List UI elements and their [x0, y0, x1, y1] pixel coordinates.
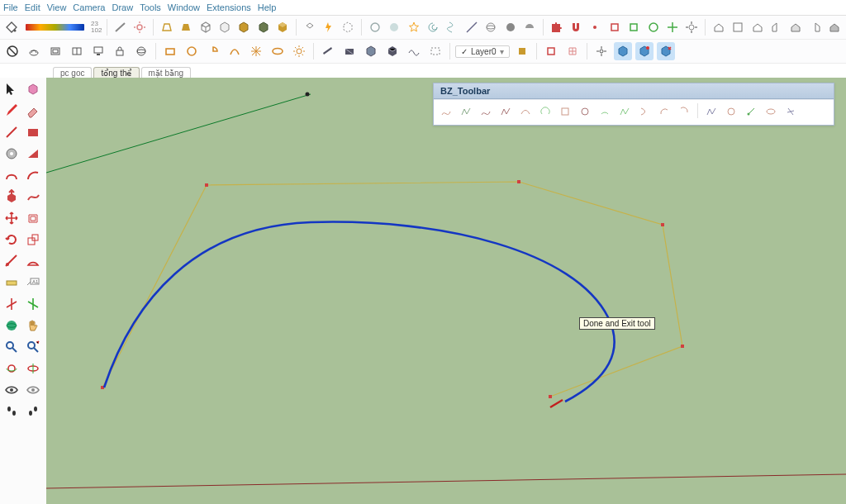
eye-icon[interactable] — [2, 380, 21, 400]
ring-green-icon[interactable] — [645, 18, 661, 36]
dashed-outline-icon[interactable] — [426, 42, 444, 60]
bz-tool-09-icon[interactable] — [596, 103, 614, 120]
soften-b-icon[interactable] — [386, 18, 402, 36]
section-display-icon[interactable] — [340, 42, 359, 60]
line-tool-icon[interactable] — [2, 122, 21, 142]
square-green-icon[interactable] — [625, 18, 641, 36]
back-house-icon[interactable] — [788, 18, 804, 36]
sun-icon[interactable] — [132, 18, 148, 36]
slope-brush-icon[interactable] — [112, 18, 128, 36]
sun-burst-orange-icon[interactable] — [290, 42, 308, 60]
cross-arrows-icon[interactable] — [664, 18, 680, 36]
square-red-icon[interactable] — [606, 18, 622, 36]
scene-tab-0[interactable]: pc goc — [53, 67, 92, 78]
pencil-red-icon[interactable] — [2, 101, 21, 121]
curve-orange-icon[interactable] — [226, 42, 244, 60]
section-plane-icon[interactable] — [319, 42, 337, 60]
shaded-cube-icon[interactable] — [236, 18, 252, 36]
bz-tool-14-icon[interactable] — [702, 103, 720, 120]
bz-tool-02-icon[interactable] — [457, 103, 475, 120]
monochrome-cube-icon[interactable] — [275, 18, 291, 36]
move-arrows-icon[interactable] — [2, 208, 21, 228]
push-pull-icon[interactable] — [2, 187, 21, 207]
globe-icon[interactable] — [132, 42, 150, 60]
eye-alt-icon[interactable] — [23, 380, 43, 400]
bz-tool-16-icon[interactable] — [742, 103, 760, 120]
eraser-icon[interactable] — [23, 101, 43, 121]
camera-grid-icon[interactable] — [68, 42, 86, 60]
bz-tool-01-icon[interactable] — [437, 103, 455, 120]
bz-tool-17-icon[interactable] — [762, 103, 780, 120]
soften-a-icon[interactable] — [367, 18, 383, 36]
top-view-icon[interactable] — [730, 18, 745, 36]
ellipse-orange-icon[interactable] — [269, 42, 287, 60]
diag-red-plane-icon[interactable] — [23, 144, 43, 164]
gear-icon[interactable] — [684, 18, 700, 36]
iso-house-icon[interactable] — [711, 18, 726, 36]
offset-icon[interactable] — [23, 208, 43, 228]
arc2-red-icon[interactable] — [23, 165, 43, 185]
iso-top-icon[interactable] — [302, 18, 317, 36]
center-target-icon[interactable] — [592, 42, 611, 60]
select-arrow-icon[interactable] — [2, 79, 21, 99]
menu-extensions[interactable]: Extensions — [207, 2, 251, 12]
menu-edit[interactable]: Edit — [25, 2, 40, 12]
rect-orange-icon[interactable] — [161, 42, 179, 60]
bz-tool-13-icon[interactable] — [675, 103, 693, 120]
burst-icon[interactable] — [247, 42, 265, 60]
back-edges-icon[interactable] — [340, 18, 356, 36]
right-house-icon[interactable] — [768, 18, 784, 36]
viewport-3d[interactable]: BZ_Toolbar — [46, 78, 846, 504]
bz-toolbar-title[interactable]: BZ_Toolbar — [434, 83, 834, 99]
cube-blue-b-icon[interactable] — [635, 42, 654, 60]
scale-red-icon[interactable] — [23, 230, 43, 250]
bz-tool-08-icon[interactable] — [576, 103, 594, 120]
plane-diag-icon[interactable] — [463, 18, 479, 36]
section-cut-icon[interactable] — [362, 42, 380, 60]
circle-orange-icon[interactable] — [183, 42, 201, 60]
vray-region-icon[interactable] — [46, 42, 64, 60]
globe-color-icon[interactable] — [2, 316, 21, 335]
vray-stop-icon[interactable] — [3, 42, 21, 60]
menu-draw[interactable]: Draw — [112, 2, 133, 12]
bz-tool-05-icon[interactable] — [516, 103, 535, 120]
footprints-alt-icon[interactable] — [23, 402, 43, 421]
tape-measure-icon[interactable] — [2, 273, 21, 292]
pink-cube-icon[interactable] — [23, 79, 43, 99]
solid-sphere-icon[interactable] — [502, 18, 518, 36]
paint-bucket-icon[interactable] — [3, 18, 19, 36]
cube-blue-c-icon[interactable] — [657, 42, 675, 60]
trapezoid-icon[interactable] — [159, 18, 174, 36]
bz-tool-04-icon[interactable] — [497, 103, 515, 120]
box-red-icon[interactable] — [542, 42, 560, 60]
left-house-icon[interactable] — [807, 18, 823, 36]
rotate-red-icon[interactable] — [2, 230, 21, 250]
menu-view[interactable]: View — [47, 2, 67, 12]
bz-tool-15-icon[interactable] — [722, 103, 740, 120]
section-fill-icon[interactable] — [383, 42, 402, 60]
menu-help[interactable]: Help — [258, 2, 277, 12]
layer-selector[interactable]: ✓ Layer0 ▾ — [455, 45, 510, 58]
axes-green-icon[interactable] — [23, 294, 43, 314]
follow-me-icon[interactable] — [23, 187, 43, 207]
layer-colour-icon[interactable] — [513, 42, 531, 60]
cube-blue-a-icon[interactable] — [614, 42, 632, 60]
magnet-icon[interactable] — [568, 18, 583, 36]
circle-saw-icon[interactable] — [2, 144, 21, 164]
orbit-icon[interactable] — [2, 359, 21, 378]
menu-tools[interactable]: Tools — [140, 2, 161, 12]
menu-window[interactable]: Window — [168, 2, 200, 12]
wireframe-cube-icon[interactable] — [197, 18, 213, 36]
frame-buffer-icon[interactable] — [89, 42, 107, 60]
axes-red-icon[interactable] — [2, 294, 21, 314]
scene-tab-2[interactable]: mặt bằng — [141, 67, 192, 78]
wire-sphere-icon[interactable] — [483, 18, 499, 36]
front-house-icon[interactable] — [749, 18, 765, 36]
zoom-icon[interactable] — [2, 337, 21, 357]
bz-toolbar-panel[interactable]: BZ_Toolbar — [433, 83, 834, 126]
bottom-house-icon[interactable] — [827, 18, 843, 36]
text-tag-icon[interactable]: A1 — [23, 273, 43, 292]
xray-bolt-icon[interactable] — [321, 18, 336, 36]
wedge-orange-icon[interactable] — [204, 42, 222, 60]
puzzle-icon[interactable] — [549, 18, 564, 36]
